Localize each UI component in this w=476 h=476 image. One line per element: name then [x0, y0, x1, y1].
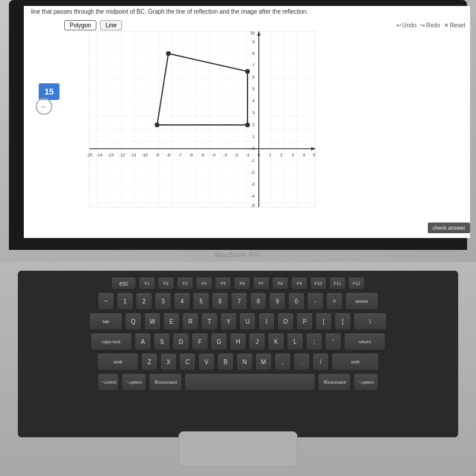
key-8[interactable]: 8: [250, 292, 267, 310]
redo-action[interactable]: ↪ Redo: [420, 22, 440, 29]
key-f[interactable]: F: [192, 333, 208, 350]
key-option-left[interactable]: ⌥option: [121, 373, 146, 391]
key-q[interactable]: Q: [125, 312, 142, 330]
key-delete[interactable]: delete: [345, 292, 378, 310]
key-b[interactable]: B: [217, 353, 234, 371]
key-f11[interactable]: F11: [329, 277, 346, 290]
key-c[interactable]: C: [179, 353, 196, 371]
key-t[interactable]: T: [201, 312, 218, 330]
key-backtick[interactable]: ~: [98, 292, 114, 310]
svg-text:-2: -2: [234, 153, 238, 157]
key-tab[interactable]: tab: [89, 312, 123, 330]
key-y[interactable]: Y: [220, 312, 237, 330]
svg-text:2: 2: [252, 123, 255, 127]
svg-text:-11: -11: [130, 153, 136, 157]
key-equals[interactable]: =: [326, 292, 343, 310]
key-f4[interactable]: F4: [196, 277, 212, 290]
key-caps-lock[interactable]: caps lock: [90, 333, 132, 350]
key-i[interactable]: I: [258, 312, 275, 330]
key-command-right[interactable]: ⌘command: [318, 373, 351, 391]
key-a[interactable]: A: [134, 333, 151, 350]
svg-text:0: 0: [258, 153, 260, 157]
key-space[interactable]: [184, 373, 315, 391]
key-x[interactable]: X: [160, 353, 177, 371]
reset-action[interactable]: ✕ Reset: [444, 22, 465, 29]
key-k[interactable]: K: [268, 333, 284, 350]
key-f7[interactable]: F7: [253, 277, 270, 290]
key-f5[interactable]: F5: [215, 277, 231, 290]
key-0[interactable]: 0: [288, 292, 305, 310]
key-3[interactable]: 3: [155, 292, 171, 310]
svg-text:-3: -3: [251, 182, 255, 186]
undo-action[interactable]: ↩ Undo: [396, 22, 416, 29]
key-e[interactable]: E: [163, 312, 180, 330]
svg-text:-4: -4: [212, 153, 215, 157]
laptop-outer: line that passes through the midpoint of…: [0, 0, 476, 476]
key-control[interactable]: ⌃control: [98, 373, 119, 391]
key-option-right[interactable]: ⌥option: [353, 373, 378, 391]
key-quote[interactable]: ': [325, 333, 342, 350]
key-f12[interactable]: F12: [348, 277, 365, 290]
key-f1[interactable]: F1: [139, 277, 155, 290]
key-d[interactable]: D: [173, 333, 189, 350]
graph-area[interactable]: 0 -1 -2 -3 -4 -5 -6 -7 -8 -9 -10 -11 -12: [71, 29, 339, 219]
trackpad[interactable]: [178, 431, 298, 467]
key-w[interactable]: W: [144, 312, 161, 330]
key-r[interactable]: R: [182, 312, 199, 330]
reset-x-icon: ✕: [444, 22, 449, 29]
key-4[interactable]: 4: [174, 292, 190, 310]
key-5[interactable]: 5: [193, 292, 209, 310]
key-z[interactable]: Z: [141, 353, 158, 371]
svg-text:-10: -10: [142, 153, 148, 157]
modifier-row: ⌃control ⌥option ⌘command ⌘command ⌥opti…: [23, 373, 453, 391]
key-h[interactable]: H: [230, 333, 246, 350]
key-period[interactable]: .: [293, 353, 310, 371]
key-o[interactable]: O: [277, 312, 294, 330]
key-7[interactable]: 7: [231, 292, 248, 310]
key-comma[interactable]: ,: [274, 353, 291, 371]
key-n[interactable]: N: [236, 353, 253, 371]
key-p[interactable]: P: [296, 312, 313, 330]
key-right-shift[interactable]: shift: [331, 353, 379, 371]
svg-text:-7: -7: [178, 153, 181, 157]
key-g[interactable]: G: [211, 333, 227, 350]
key-6[interactable]: 6: [212, 292, 228, 310]
key-bracket-close[interactable]: ]: [334, 312, 351, 330]
key-bracket-open[interactable]: [: [315, 312, 332, 330]
key-m[interactable]: M: [255, 353, 272, 371]
key-return[interactable]: return: [344, 333, 386, 350]
key-slash[interactable]: /: [312, 353, 329, 371]
key-f8[interactable]: F8: [272, 277, 289, 290]
key-l[interactable]: L: [287, 333, 303, 350]
check-answer-button[interactable]: check answer: [428, 223, 470, 233]
key-f3[interactable]: F3: [177, 277, 193, 290]
key-9[interactable]: 9: [269, 292, 286, 310]
key-f9[interactable]: F9: [291, 277, 308, 290]
key-u[interactable]: U: [239, 312, 256, 330]
key-j[interactable]: J: [249, 333, 265, 350]
key-esc[interactable]: esc: [111, 277, 136, 290]
key-v[interactable]: V: [198, 353, 215, 371]
key-semicolon[interactable]: ;: [306, 333, 322, 350]
key-1[interactable]: 1: [117, 292, 133, 310]
keyboard: esc F1 F2 F3 F4 F5 F6 F7 F8 F9 F10 F11 F…: [18, 271, 458, 437]
key-minus[interactable]: -: [307, 292, 324, 310]
key-f6[interactable]: F6: [234, 277, 250, 290]
key-command-left[interactable]: ⌘command: [149, 373, 182, 391]
number-key-row: ~ 1 2 3 4 5 6 7 8 9 0 - = delete: [23, 292, 453, 310]
back-arrow-button[interactable]: ←: [36, 98, 52, 115]
svg-text:9: 9: [252, 40, 255, 44]
key-backslash[interactable]: \: [353, 312, 387, 330]
macbook-label: MacBook Pro: [215, 251, 261, 258]
key-s[interactable]: S: [154, 333, 170, 350]
key-f10[interactable]: F10: [310, 277, 327, 290]
key-left-shift[interactable]: shift: [97, 353, 139, 371]
coordinate-graph: 0 -1 -2 -3 -4 -5 -6 -7 -8 -9 -10 -11 -12: [71, 29, 339, 219]
redo-arrow-icon: ↪: [420, 22, 425, 29]
zxcv-row: shift Z X C V B N M , . / shift: [23, 353, 453, 371]
key-2[interactable]: 2: [136, 292, 152, 310]
key-f2[interactable]: F2: [158, 277, 174, 290]
question-text: line that passes through the midpoint of…: [31, 8, 308, 15]
vertex-c: [245, 123, 250, 127]
screen-content: line that passes through the midpoint of…: [24, 6, 470, 238]
